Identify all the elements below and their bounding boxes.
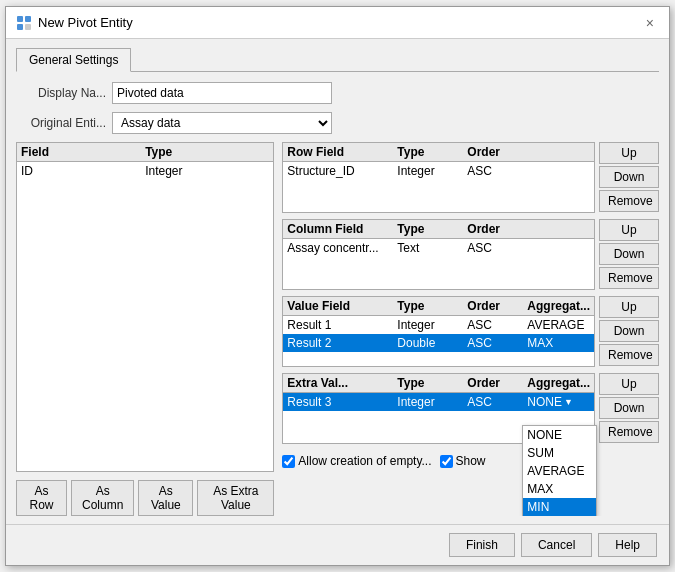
display-name-label: Display Na...: [16, 86, 106, 100]
agg-dropdown-list: NONE SUM AVERAGE MAX MIN: [522, 425, 595, 444]
val-agg-1: AVERAGE: [527, 318, 590, 332]
col-side-buttons: Up Down Remove: [599, 219, 659, 290]
col-down-button[interactable]: Down: [599, 243, 659, 265]
as-extra-value-button[interactable]: As Extra Value: [197, 480, 274, 516]
original-entity-label: Original Enti...: [16, 116, 106, 130]
svg-rect-1: [25, 16, 31, 22]
left-panel: Field Type ID Integer As Row As Column A…: [16, 142, 274, 516]
val-col-type: Type: [397, 299, 467, 313]
row-up-button[interactable]: Up: [599, 142, 659, 164]
svg-rect-2: [17, 24, 23, 30]
column-field-table: Column Field Type Order Assay concentr..…: [282, 219, 595, 290]
as-value-button[interactable]: As Value: [138, 480, 193, 516]
field-table-header: Field Type: [17, 143, 273, 162]
show-checkbox-label[interactable]: Show: [440, 454, 486, 468]
extra-col-type: Type: [397, 376, 467, 390]
col-header: Column Field Type Order: [283, 220, 594, 239]
extra-type-1: Integer: [397, 395, 467, 409]
cancel-button[interactable]: Cancel: [521, 533, 592, 557]
val-order-1: ASC: [467, 318, 527, 332]
title-bar: New Pivot Entity ×: [6, 7, 669, 39]
field-table: Field Type ID Integer: [16, 142, 274, 472]
col-field: Field: [21, 145, 145, 159]
extra-agg-1: NONE ▼: [527, 395, 590, 409]
original-entity-select[interactable]: Assay data: [112, 112, 332, 134]
col-field-order: ASC: [467, 241, 527, 255]
table-row[interactable]: ID Integer: [17, 162, 273, 180]
bottom-buttons: As Row As Column As Value As Extra Value: [16, 480, 274, 516]
row-header: Row Field Type Order: [283, 143, 594, 162]
val-agg-2: MAX: [527, 336, 590, 350]
dialog: New Pivot Entity × General Settings Disp…: [5, 6, 670, 566]
main-section: Field Type ID Integer As Row As Column A…: [16, 142, 659, 516]
val-remove-button[interactable]: Remove: [599, 344, 659, 366]
extra-col-field: Extra Val...: [287, 376, 397, 390]
dialog-title: New Pivot Entity: [38, 15, 133, 30]
tab-general[interactable]: General Settings: [16, 48, 131, 72]
val-order-2: ASC: [467, 336, 527, 350]
extra-remove-button[interactable]: Remove: [599, 421, 659, 443]
val-type-2: Double: [397, 336, 467, 350]
as-column-button[interactable]: As Column: [71, 480, 134, 516]
row-col-order: Order: [467, 145, 527, 159]
display-name-row: Display Na...: [16, 82, 659, 104]
extra-up-button[interactable]: Up: [599, 373, 659, 395]
row-side-buttons: Up Down Remove: [599, 142, 659, 213]
help-button[interactable]: Help: [598, 533, 657, 557]
value-field-section: Value Field Type Order Aggregat... Resul…: [282, 296, 659, 367]
row-field-row[interactable]: Structure_ID Integer ASC: [283, 162, 594, 180]
extra-side-buttons: Up Down Remove: [599, 373, 659, 444]
display-name-input[interactable]: [112, 82, 332, 104]
tab-bar: General Settings: [16, 47, 659, 72]
row-remove-button[interactable]: Remove: [599, 190, 659, 212]
col-field-type: Text: [397, 241, 467, 255]
row-down-button[interactable]: Down: [599, 166, 659, 188]
agg-option-none[interactable]: NONE: [523, 426, 595, 444]
finish-button[interactable]: Finish: [449, 533, 515, 557]
extra-field-section: Extra Val... Type Order Aggregat... Resu…: [282, 373, 659, 444]
row-field-name: Structure_ID: [287, 164, 397, 178]
right-panel: Row Field Type Order Structure_ID Intege…: [282, 142, 659, 516]
row-field-type: Integer: [397, 164, 467, 178]
allow-empty-checkbox-label[interactable]: Allow creation of empty...: [282, 454, 431, 468]
col-col-field: Column Field: [287, 222, 397, 236]
show-checkbox[interactable]: [440, 455, 453, 468]
allow-empty-label-text: Allow creation of empty...: [298, 454, 431, 468]
extra-col-agg: Aggregat...: [527, 376, 590, 390]
column-field-section: Column Field Type Order Assay concentr..…: [282, 219, 659, 290]
row-col-field: Row Field: [287, 145, 397, 159]
col-type: Type: [145, 145, 269, 159]
col-field-row[interactable]: Assay concentr... Text ASC: [283, 239, 594, 257]
col-remove-button[interactable]: Remove: [599, 267, 659, 289]
title-bar-left: New Pivot Entity: [16, 15, 133, 31]
as-row-button[interactable]: As Row: [16, 480, 67, 516]
extra-field-1: Result 3: [287, 395, 397, 409]
val-row-1[interactable]: Result 1 Integer ASC AVERAGE: [283, 316, 594, 334]
svg-rect-0: [17, 16, 23, 22]
extra-row-1[interactable]: Result 3 Integer ASC NONE ▼: [283, 393, 594, 411]
val-down-button[interactable]: Down: [599, 320, 659, 342]
extra-col-order: Order: [467, 376, 527, 390]
val-col-agg: Aggregat...: [527, 299, 590, 313]
row-field-table: Row Field Type Order Structure_ID Intege…: [282, 142, 595, 213]
extra-down-button[interactable]: Down: [599, 397, 659, 419]
original-entity-row: Original Enti... Assay data: [16, 112, 659, 134]
svg-rect-3: [25, 24, 31, 30]
dialog-body: General Settings Display Na... Original …: [6, 39, 669, 524]
value-field-table: Value Field Type Order Aggregat... Resul…: [282, 296, 595, 367]
show-label-text: Show: [456, 454, 486, 468]
val-up-button[interactable]: Up: [599, 296, 659, 318]
col-field-name: Assay concentr...: [287, 241, 397, 255]
val-header: Value Field Type Order Aggregat...: [283, 297, 594, 316]
val-col-field: Value Field: [287, 299, 397, 313]
allow-empty-checkbox[interactable]: [282, 455, 295, 468]
val-row-2[interactable]: Result 2 Double ASC MAX: [283, 334, 594, 352]
val-side-buttons: Up Down Remove: [599, 296, 659, 367]
row-col-type: Type: [397, 145, 467, 159]
extra-header: Extra Val... Type Order Aggregat...: [283, 374, 594, 393]
col-table-body: Assay concentr... Text ASC: [283, 239, 594, 289]
close-button[interactable]: ×: [641, 14, 659, 32]
row-field-order: ASC: [467, 164, 527, 178]
col-col-type: Type: [397, 222, 467, 236]
col-up-button[interactable]: Up: [599, 219, 659, 241]
